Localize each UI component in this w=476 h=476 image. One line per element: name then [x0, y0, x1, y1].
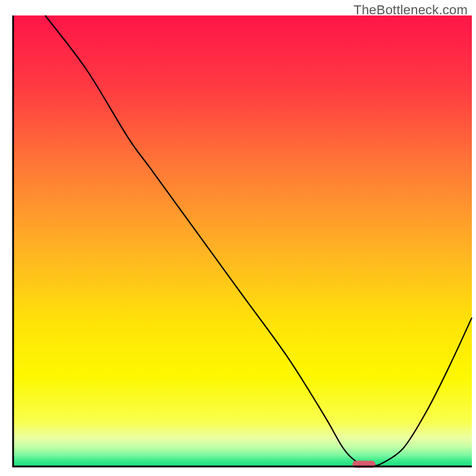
watermark-label: TheBottleneck.com — [353, 2, 468, 18]
bottleneck-chart: TheBottleneck.com — [0, 0, 476, 476]
chart-svg — [0, 0, 476, 476]
plot-background — [13, 15, 472, 466]
